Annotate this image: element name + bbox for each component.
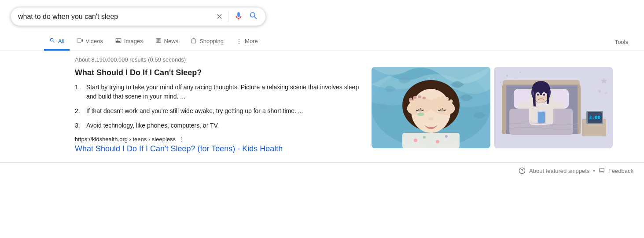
result-image-2[interactable]: 3:00: [494, 67, 613, 148]
mic-icon[interactable]: [234, 11, 243, 22]
right-panel: 3:00: [372, 67, 613, 154]
search-button-icon[interactable]: [249, 11, 258, 22]
svg-point-42: [506, 75, 508, 77]
result-image-1[interactable]: [372, 67, 490, 148]
svg-rect-57: [538, 112, 545, 123]
about-snippets-link[interactable]: About featured snippets: [529, 168, 589, 174]
tab-videos-label: Videos: [85, 38, 103, 44]
item-text: If that doesn't work and you're still wi…: [86, 106, 303, 116]
item-text: Avoid technology, like phones, computers…: [86, 121, 219, 130]
tab-videos[interactable]: Videos: [71, 33, 108, 51]
source-dots-menu[interactable]: ⋮: [178, 135, 184, 143]
nav-tabs: All Videos Images News Shopping ⋮ More T…: [0, 29, 644, 51]
source-line: https://kidshealth.org › teens › sleeple…: [75, 135, 361, 143]
svg-point-38: [423, 136, 426, 139]
item-num: 2.: [75, 106, 84, 116]
svg-point-62: [537, 94, 539, 96]
svg-rect-55: [551, 102, 564, 109]
tab-images-label: Images: [124, 38, 143, 44]
help-icon: [519, 167, 526, 174]
search-bar-area: what to do when you can't sleep ✕: [0, 0, 644, 26]
results-count: About 8,190,000,000 results (0.59 second…: [75, 56, 361, 63]
svg-rect-36: [402, 133, 460, 148]
videos-icon: [77, 37, 83, 45]
tab-images[interactable]: Images: [110, 33, 148, 51]
svg-text:3:00: 3:00: [589, 115, 601, 121]
snippet-list: 1. Start by trying to take your mind off…: [75, 83, 361, 130]
svg-rect-48: [502, 85, 506, 134]
tab-news-label: News: [164, 38, 179, 44]
feedback-icon: [599, 168, 605, 174]
more-icon: ⋮: [236, 38, 242, 45]
feedback-link[interactable]: Feedback: [608, 168, 633, 174]
snippet-title: What Should I Do If I Can't Sleep?: [75, 68, 361, 77]
shopping-icon: [191, 37, 197, 45]
sleep-illustration-svg: 3:00: [494, 67, 613, 148]
tab-all-label: All: [58, 38, 64, 44]
news-icon: [155, 37, 162, 45]
images-icon: [115, 37, 121, 45]
svg-rect-0: [77, 39, 81, 42]
result-link[interactable]: What Should I Do If I Can't Sleep? (for …: [75, 144, 361, 154]
search-icons: ✕: [216, 11, 258, 22]
svg-point-26: [417, 113, 424, 116]
sleep-photo-svg: [372, 67, 490, 148]
svg-marker-1: [82, 39, 83, 42]
tools-button[interactable]: Tools: [610, 34, 633, 50]
svg-rect-54: [518, 102, 531, 109]
search-divider: [228, 11, 228, 22]
item-num: 3.: [75, 121, 84, 130]
search-box: what to do when you can't sleep ✕: [11, 7, 266, 26]
tab-shopping[interactable]: Shopping: [185, 33, 229, 51]
all-icon: [49, 37, 55, 45]
tab-news[interactable]: News: [150, 33, 184, 51]
svg-point-43: [520, 72, 521, 73]
svg-point-37: [414, 139, 417, 142]
footer-separator: •: [593, 168, 595, 174]
search-query-text: what to do when you can't sleep: [18, 13, 216, 21]
svg-rect-19: [441, 96, 445, 106]
svg-point-45: [500, 82, 501, 83]
svg-point-39: [436, 140, 439, 143]
svg-point-40: [445, 135, 448, 138]
item-num: 1.: [75, 83, 84, 101]
svg-point-64: [543, 94, 545, 96]
list-item: 1. Start by trying to take your mind off…: [75, 83, 361, 101]
left-panel: About 8,190,000,000 results (0.59 second…: [75, 56, 361, 154]
svg-rect-24: [418, 95, 421, 98]
tab-shopping-label: Shopping: [199, 38, 224, 44]
tab-all[interactable]: All: [44, 33, 70, 51]
item-text: Start by trying to take your mind off an…: [86, 83, 361, 101]
list-item: 3. Avoid technology, like phones, comput…: [75, 121, 361, 130]
tab-more[interactable]: ⋮ More: [231, 33, 263, 51]
clear-icon[interactable]: ✕: [216, 12, 223, 22]
svg-point-3: [117, 40, 118, 40]
footer-bar: About featured snippets • Feedback: [0, 162, 644, 179]
tab-more-label: More: [245, 38, 258, 44]
featured-snippet: What Should I Do If I Can't Sleep? 1. St…: [75, 68, 361, 154]
list-item: 2. If that doesn't work and you're still…: [75, 106, 361, 116]
main-content: About 8,190,000,000 results (0.59 second…: [0, 51, 644, 159]
svg-point-35: [428, 117, 434, 121]
source-url: https://kidshealth.org › teens › sleeple…: [75, 136, 176, 143]
